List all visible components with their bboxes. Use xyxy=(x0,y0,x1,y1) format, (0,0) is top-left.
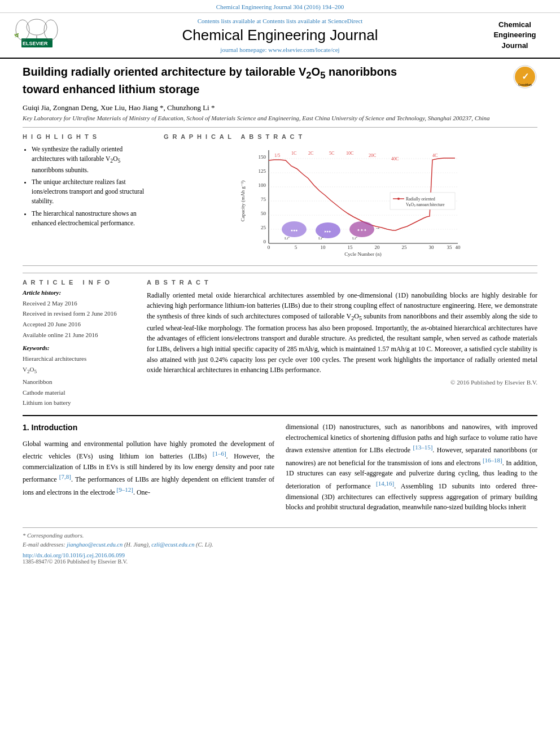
svg-text:25: 25 xyxy=(261,225,266,230)
svg-text:Li⁺: Li⁺ xyxy=(318,236,324,241)
svg-text:0: 0 xyxy=(264,239,266,244)
contents-list-text: Contents lists available at xyxy=(198,18,262,24)
svg-text:V₂O₅ nanoarchitecture: V₂O₅ nanoarchitecture xyxy=(406,202,445,207)
svg-text:40C: 40C xyxy=(391,156,399,161)
journal-header-center: Contents lists available at Contents lis… xyxy=(79,18,481,53)
journal-citation-text: Chemical Engineering Journal 304 (2016) … xyxy=(216,3,344,10)
journal-logo-box: Chemical Engineering Journal xyxy=(481,20,549,51)
journal-title: Chemical Engineering Journal xyxy=(79,27,481,44)
logo-line-1: Chemical xyxy=(481,20,549,30)
highlight-item-3: The hierarchical nanostructure shows an … xyxy=(32,209,152,229)
ref-7-8: [7,8] xyxy=(59,473,71,480)
svg-text:5C: 5C xyxy=(329,151,334,156)
highlights-graphical-section: H I G H L I G H T S We synthesize the ra… xyxy=(23,127,537,266)
logo-line-2: Engineering xyxy=(481,30,549,40)
email1-person: (H. Jiang), xyxy=(124,541,150,548)
graphical-abstract-chart: 0 25 50 75 100 125 150 0 5 10 15 20 xyxy=(164,145,537,257)
abstract-copyright: © 2016 Published by Elsevier B.V. xyxy=(147,379,537,386)
science-direct-name: Contents lists available at ScienceDirec… xyxy=(262,18,362,24)
homepage-label: journal homepage: xyxy=(220,46,266,53)
abstract-column: A B S T R A C T Radially oriented metal … xyxy=(147,279,537,408)
svg-text:10C: 10C xyxy=(346,151,353,156)
ref-13-15: [13–15] xyxy=(413,444,433,451)
received-date: Received 2 May 2016 xyxy=(23,298,135,309)
svg-text:75: 75 xyxy=(261,196,266,202)
crossmark-svg: ✓ CrossMark xyxy=(513,64,537,89)
body-text-right: dimensional (1D) nanostructures, such as… xyxy=(286,422,537,513)
svg-text:4C: 4C xyxy=(432,153,438,158)
email1: jianghao@ecust.edu.cn xyxy=(67,541,123,548)
authors-text: Guiqi Jia, Zongnan Deng, Xue Liu, Hao Ji… xyxy=(23,103,215,112)
elsevier-logo-svg: 🌿 ELSEVIER xyxy=(11,19,62,50)
keyword-1: Hierarchical architectures xyxy=(23,353,135,364)
email2-person: (C. Li). xyxy=(196,541,213,548)
logo-line-3: Journal xyxy=(481,41,549,51)
svg-text:●●●: ●●● xyxy=(291,228,298,233)
journal-homepage: journal homepage: www.elsevier.com/locat… xyxy=(79,46,481,53)
svg-text:Li⁺: Li⁺ xyxy=(285,236,290,241)
doi-url: http://dx.doi.org/10.1016/j.cej.2016.06.… xyxy=(23,552,125,558)
email2: czli@ecust.edu.cn xyxy=(151,541,194,548)
highlight-item-1: We synthesize the radially oriented arch… xyxy=(32,145,152,175)
svg-text:Radially oriented: Radially oriented xyxy=(406,196,435,202)
ref-16-18: [16–18] xyxy=(483,457,502,464)
svg-text:35: 35 xyxy=(447,244,453,250)
highlights-column: H I G H L I G H T S We synthesize the ra… xyxy=(23,133,152,260)
svg-text:10: 10 xyxy=(321,244,326,250)
v-sub1: 2 xyxy=(306,70,311,81)
ref-14-16: [14,16] xyxy=(376,480,394,487)
svg-text:125: 125 xyxy=(259,168,266,174)
accepted-date: Accepted 20 June 2016 xyxy=(23,319,135,330)
corresponding-label: * Corresponding authors. xyxy=(23,532,84,539)
affiliation-text: Key Laboratory for Ultrafine Materials o… xyxy=(23,115,490,121)
intro-para1: Global warming and environmental polluti… xyxy=(23,439,274,498)
article-history-title: Article history: xyxy=(23,289,135,296)
graphical-abstract-column: G R A P H I C A L A B S T R A C T 0 25 5… xyxy=(164,133,537,260)
svg-text:5: 5 xyxy=(295,244,298,250)
svg-text:→: → xyxy=(375,225,380,231)
main-content: Building radially oriented architecture … xyxy=(0,59,560,522)
homepage-url: www.elsevier.com/locate/cej xyxy=(268,46,339,53)
svg-text:CrossMark: CrossMark xyxy=(518,83,532,86)
body-columns: 1. Introduction Global warming and envir… xyxy=(23,422,537,516)
svg-text:Li⁺: Li⁺ xyxy=(352,236,358,241)
ref-9-12: [9–12] xyxy=(117,486,133,493)
svg-text:✓: ✓ xyxy=(522,72,529,81)
svg-text:30: 30 xyxy=(429,244,435,250)
svg-text:20C: 20C xyxy=(369,153,376,158)
affiliation: Key Laboratory for Ultrafine Materials o… xyxy=(23,115,537,121)
keywords-list: Hierarchical architectures V2O5 Nanoribb… xyxy=(23,353,135,408)
intro-para2: dimensional (1D) nanostructures, such as… xyxy=(286,422,537,513)
keyword-5: Lithium ion battery xyxy=(23,397,135,408)
email-label: E-mail addresses: xyxy=(23,541,65,548)
svg-text:50: 50 xyxy=(261,211,266,216)
graphical-abstract-label: G R A P H I C A L A B S T R A C T xyxy=(164,133,537,140)
svg-text:15: 15 xyxy=(348,244,353,250)
svg-text:25: 25 xyxy=(402,244,408,250)
ref-1-6: [1–6] xyxy=(213,450,226,457)
article-history-items: Received 2 May 2016 Received in revised … xyxy=(23,298,135,340)
svg-text:✦✦✦: ✦✦✦ xyxy=(357,228,367,233)
svg-text:0: 0 xyxy=(268,244,270,250)
issn-text: 1385-8947/© 2016 Published by Elsevier B… xyxy=(23,558,128,565)
article-info-column: A R T I C L E I N F O Article history: R… xyxy=(23,279,135,408)
keyword-4: Cathode material xyxy=(23,387,135,398)
article-info-abstract-section: A R T I C L E I N F O Article history: R… xyxy=(23,273,537,408)
revised-date: Received in revised form 2 June 2016 xyxy=(23,308,135,319)
footer-issn: 1385-8947/© 2016 Published by Elsevier B… xyxy=(23,558,537,565)
highlights-label: H I G H L I G H T S xyxy=(23,133,152,140)
elsevier-logo-area: 🌿 ELSEVIER xyxy=(11,19,79,52)
svg-text:150: 150 xyxy=(259,154,266,160)
svg-text:ELSEVIER: ELSEVIER xyxy=(23,41,48,46)
journal-header: 🌿 ELSEVIER Contents lists available at C… xyxy=(0,13,560,59)
authors: Guiqi Jia, Zongnan Deng, Xue Liu, Hao Ji… xyxy=(23,103,537,112)
section-divider xyxy=(23,415,537,416)
article-title: Building radially oriented architecture … xyxy=(23,64,507,97)
article-info-label: A R T I C L E I N F O xyxy=(23,279,135,286)
svg-point-58 xyxy=(397,198,400,200)
intro-heading: 1. Introduction xyxy=(23,422,274,434)
keyword-3: Nanoribbon xyxy=(23,377,135,387)
highlights-list: We synthesize the radially oriented arch… xyxy=(23,145,152,228)
abstract-label: A B S T R A C T xyxy=(147,279,537,286)
available-date: Available online 21 June 2016 xyxy=(23,330,135,340)
